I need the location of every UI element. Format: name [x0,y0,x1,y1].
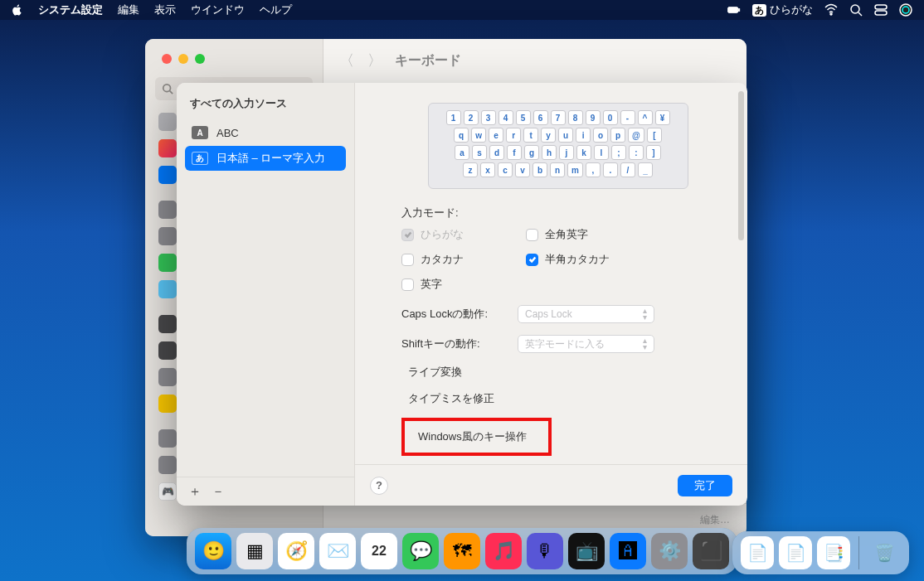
input-source-abc[interactable]: A ABC [185,121,346,144]
input-mode-label: 入力モード: [401,206,714,220]
close-window-button[interactable] [162,54,172,64]
keyboard-key: b [533,162,547,177]
ime-label: ひらがな [770,2,813,17]
dock-launchpad-icon[interactable]: ▦ [236,533,273,569]
input-source-badge-icon: A [192,126,208,139]
dock-app-icon[interactable]: 🎵 [485,533,522,569]
page-title: キーボード [395,52,461,70]
keyboard-key: j [559,145,574,160]
keyboard-key: o [593,128,608,143]
svg-line-4 [858,12,862,16]
keyboard-key: ; [611,145,626,160]
menubar-app-name[interactable]: システム設定 [38,2,103,17]
done-button[interactable]: 完了 [678,475,732,496]
dock-app-icon[interactable]: 🎙 [527,533,563,569]
chevron-updown-icon: ▴▾ [643,307,647,321]
checkbox-katakana[interactable]: カタカナ [401,252,526,267]
keyboard-key: ^ [638,110,653,125]
keyboard-key: _ [638,162,653,177]
dock-appstore-icon[interactable]: 🅰 [610,533,646,569]
keyboard-key: z [463,162,478,177]
control-center-icon[interactable] [874,3,888,17]
svg-line-10 [170,91,173,94]
dock-doc-icon[interactable]: 📑 [817,536,850,569]
keyboard-key: - [620,110,635,125]
keyboard-key: k [576,145,591,160]
svg-rect-1 [738,9,739,12]
input-source-label: ABC [216,127,239,139]
keyboard-key: m [567,162,583,177]
keyboard-key: [ [647,128,662,143]
svg-point-7 [900,4,912,16]
battery-icon[interactable] [727,3,741,17]
checkbox-eiji[interactable]: 英字 [401,277,526,292]
keyboard-key: 6 [533,110,548,125]
svg-point-3 [851,5,859,13]
dock-doc-icon[interactable]: 📄 [741,536,774,569]
dock-right: 📄 📄 📑 🗑️ [732,531,909,574]
scrollbar[interactable] [738,91,744,240]
capslock-select[interactable]: Caps Lock▴▾ [518,305,654,323]
menubar-item-window[interactable]: ウインドウ [191,2,245,17]
dock-trash-icon[interactable]: 🗑️ [868,536,901,569]
ime-indicator[interactable]: あ ひらがな [752,2,813,17]
svg-point-2 [830,13,832,15]
apple-logo-icon[interactable] [12,4,23,16]
dock-settings-icon[interactable]: ⚙️ [651,533,688,569]
menubar-item-help[interactable]: ヘルプ [260,2,292,17]
svg-rect-6 [875,11,887,15]
nav-back-button[interactable]: 〈 [338,51,355,70]
highlight-annotation: Windows風のキー操作 [401,418,552,456]
checkbox-fix-typos[interactable]: タイプミスを修正 [401,391,714,406]
keyboard-key: , [586,162,601,177]
nav-forward-button[interactable]: 〉 [367,51,383,70]
keyboard-key: w [471,128,486,143]
menubar-item-edit[interactable]: 編集 [118,2,139,17]
remove-input-source-button[interactable]: － [208,482,228,501]
checkbox-windows-style-keys[interactable]: Windows風のキー操作 [411,429,527,444]
dock-app-icon[interactable]: ⬛ [693,533,729,569]
menubar-item-view[interactable]: 表示 [154,2,176,17]
checkbox-live-conversion[interactable]: ライブ変換 [401,365,714,380]
dock-safari-icon[interactable]: 🧭 [278,533,314,569]
zoom-window-button[interactable] [195,54,205,64]
keyboard-key: @ [628,128,644,143]
capslock-label: Caps Lockの動作: [401,307,508,322]
edit-button-bg: 編集… [700,513,730,527]
keyboard-key: h [542,145,557,160]
dock-finder-icon[interactable]: 🙂 [195,533,231,569]
menubar: システム設定 編集 表示 ウインドウ ヘルプ あ ひらがな [0,0,924,20]
shift-select[interactable]: 英字モードに入る▴▾ [518,335,654,353]
dock-doc-icon[interactable]: 📄 [779,536,812,569]
keyboard-key: . [603,162,618,177]
dock-app-icon[interactable]: 💬 [402,533,439,569]
add-input-source-button[interactable]: ＋ [185,482,205,501]
keyboard-key: u [558,128,573,143]
keyboard-key: 4 [498,110,513,125]
keyboard-key: n [550,162,565,177]
help-button[interactable]: ? [370,477,388,495]
keyboard-key: / [620,162,635,177]
siri-icon[interactable] [899,3,912,17]
svg-rect-0 [728,7,738,13]
dock-app-icon[interactable]: 📺 [568,533,605,569]
dock-calendar-icon[interactable]: 22 [361,533,397,569]
keyboard-key: 3 [481,110,496,125]
checkbox-hankaku-katakana[interactable]: 半角カタカナ [526,252,659,267]
svg-rect-5 [875,5,887,9]
spotlight-icon[interactable] [849,3,863,17]
keyboard-key: ¥ [655,110,670,125]
minimize-window-button[interactable] [178,54,188,64]
dock-mail-icon[interactable]: ✉️ [319,533,356,569]
shift-label: Shiftキーの動作: [401,336,508,351]
dock-separator [858,536,859,569]
keyboard-key: 7 [551,110,566,125]
input-source-japanese-romaji[interactable]: あ 日本語 – ローマ字入力 [185,146,346,171]
dock-app-icon[interactable]: 🗺 [444,533,480,569]
keyboard-key: s [472,145,487,160]
keyboard-key: g [524,145,539,160]
svg-point-9 [163,85,171,92]
window-controls [145,39,323,72]
checkbox-zenkaku-eiji[interactable]: 全角英字 [526,227,659,242]
wifi-icon[interactable] [824,3,838,17]
